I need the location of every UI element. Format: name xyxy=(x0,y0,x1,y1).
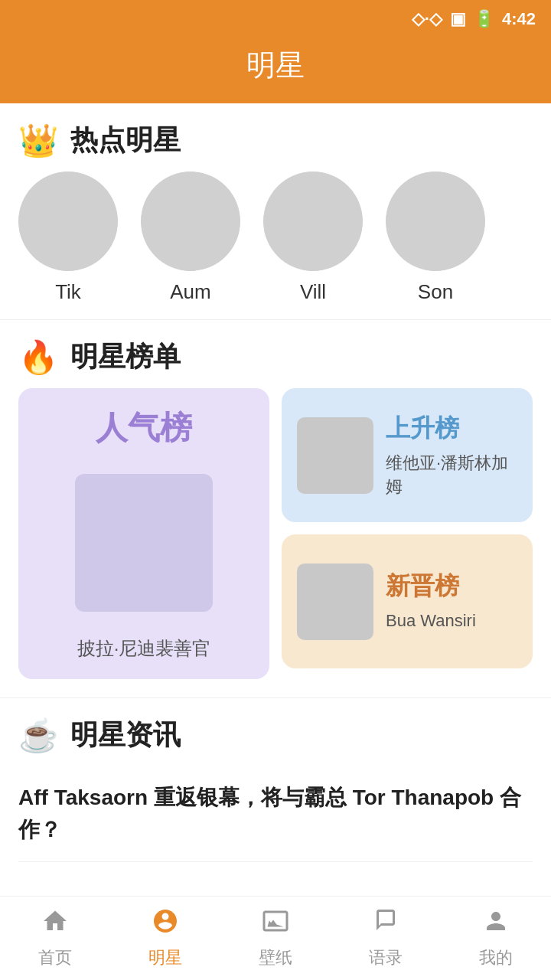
popular-rank-person: 披拉·尼迪裴善官 xyxy=(77,636,211,661)
new-rank-card[interactable]: 新晋榜 Bua Wansiri xyxy=(282,534,533,668)
star-name-tik: Tik xyxy=(55,280,81,304)
new-rank-title: 新晋榜 xyxy=(386,570,517,603)
rising-rank-image xyxy=(297,417,373,494)
hot-stars-section-header: 👑 热点明星 xyxy=(0,103,551,172)
star-avatar-aum xyxy=(141,172,240,271)
nav-item-wallpaper[interactable]: 壁纸 xyxy=(220,907,331,969)
hot-stars-scroll[interactable]: Tik Aum Vill Son xyxy=(0,172,551,319)
bottom-nav: 首页 明星 壁纸 语录 我的 xyxy=(0,896,551,980)
news-title: 明星资讯 xyxy=(70,717,181,754)
star-name-son: Son xyxy=(418,280,453,304)
popular-rank-image xyxy=(75,474,213,612)
nav-item-quotes[interactable]: 语录 xyxy=(331,907,441,969)
star-avatar-son xyxy=(386,172,485,271)
status-bar: ◇·◇ ▣ 🔋 4:42 xyxy=(0,0,551,38)
coffee-icon: ☕ xyxy=(18,717,58,754)
news-item-1-title: Aff Taksaorn 重返银幕，将与霸总 Tor Thanapob 合作？ xyxy=(18,782,533,846)
nav-label-stars: 明星 xyxy=(148,946,182,969)
star-avatar-vill xyxy=(263,172,363,271)
wallpaper-icon xyxy=(262,907,289,942)
status-icons: ◇·◇ ▣ 🔋 4:42 xyxy=(412,9,536,29)
nav-item-mine[interactable]: 我的 xyxy=(441,907,551,969)
rankings-grid: 人气榜 披拉·尼迪裴善官 上升榜 维他亚·潘斯林加姆 新晋榜 Bua Wansi… xyxy=(0,388,551,697)
rankings-title: 明星榜单 xyxy=(70,338,181,376)
star-item-aum[interactable]: Aum xyxy=(141,172,240,304)
popular-rank-card[interactable]: 人气榜 披拉·尼迪裴善官 xyxy=(18,388,269,679)
time-display: 4:42 xyxy=(502,9,536,29)
home-icon xyxy=(41,907,69,942)
news-item-1[interactable]: Aff Taksaorn 重返银幕，将与霸总 Tor Thanapob 合作？ xyxy=(18,766,533,862)
star-item-vill[interactable]: Vill xyxy=(263,172,363,304)
nav-label-home: 首页 xyxy=(38,946,72,969)
signal-icon: ▣ xyxy=(450,9,466,29)
star-item-tik[interactable]: Tik xyxy=(18,172,118,304)
nav-item-home[interactable]: 首页 xyxy=(0,907,110,969)
crown-icon: 👑 xyxy=(18,122,58,159)
connectivity-icon: ◇·◇ xyxy=(412,9,442,29)
page-header: 明星 xyxy=(0,38,551,103)
rankings-section-header: 🔥 明星榜单 xyxy=(0,320,551,388)
news-list: Aff Taksaorn 重返银幕，将与霸总 Tor Thanapob 合作？ xyxy=(0,766,551,862)
star-item-son[interactable]: Son xyxy=(386,172,485,304)
flame-icon: 🔥 xyxy=(18,338,58,376)
star-name-aum: Aum xyxy=(170,280,210,304)
star-name-vill: Vill xyxy=(300,280,326,304)
stars-nav-icon xyxy=(152,907,179,942)
nav-label-wallpaper: 壁纸 xyxy=(259,946,292,969)
nav-item-stars[interactable]: 明星 xyxy=(110,907,220,969)
page-title: 明星 xyxy=(0,46,551,85)
quotes-icon xyxy=(372,907,399,942)
news-section-header: ☕ 明星资讯 xyxy=(0,698,551,766)
nav-label-mine: 我的 xyxy=(479,946,513,969)
star-avatar-tik xyxy=(18,172,118,271)
new-rank-image xyxy=(297,564,373,640)
rising-rank-person: 维他亚·潘斯林加姆 xyxy=(386,452,517,499)
rank-cards-right: 上升榜 维他亚·潘斯林加姆 新晋榜 Bua Wansiri xyxy=(282,388,533,679)
rising-rank-card[interactable]: 上升榜 维他亚·潘斯林加姆 xyxy=(282,388,533,522)
nav-label-quotes: 语录 xyxy=(369,946,403,969)
new-rank-person: Bua Wansiri xyxy=(386,609,517,633)
popular-rank-title: 人气榜 xyxy=(96,407,192,449)
hot-stars-title: 热点明星 xyxy=(70,122,181,159)
rising-rank-title: 上升榜 xyxy=(386,412,517,446)
battery-icon: 🔋 xyxy=(474,9,494,29)
mine-icon xyxy=(482,907,510,942)
rising-rank-info: 上升榜 维他亚·潘斯林加姆 xyxy=(386,412,517,499)
main-content: 👑 热点明星 Tik Aum Vill Son xyxy=(0,103,551,954)
new-rank-info: 新晋榜 Bua Wansiri xyxy=(386,570,517,633)
